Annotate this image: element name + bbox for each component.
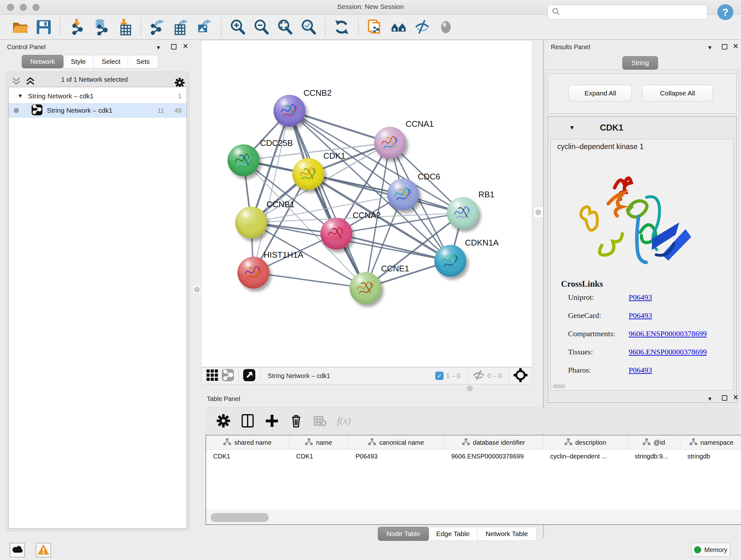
results-panel-float-icon[interactable] bbox=[722, 44, 727, 50]
tab-network-table[interactable]: Network Table bbox=[477, 527, 537, 541]
edge-CCNB2-CCNE1[interactable] bbox=[289, 111, 365, 288]
tab-select[interactable]: Select bbox=[93, 55, 129, 68]
grid-view-icon[interactable] bbox=[206, 369, 218, 382]
warnings-button[interactable] bbox=[36, 543, 51, 557]
show-all-icon[interactable] bbox=[437, 18, 455, 36]
selected-checkbox-icon[interactable]: ✓ bbox=[435, 372, 444, 380]
cdk1-section-header[interactable]: ▼ CDK1 bbox=[548, 117, 736, 139]
zoom-in-icon[interactable] bbox=[229, 18, 247, 36]
zoom-out-icon[interactable] bbox=[253, 18, 270, 36]
crosslink-value-link[interactable]: 9606.ENSP00000378699 bbox=[629, 348, 707, 356]
network-tree-root-row[interactable]: ▼ String Network – cdk1 1 bbox=[9, 89, 187, 103]
table-cell[interactable]: CDK1 bbox=[206, 449, 289, 463]
node-CDKN1A[interactable] bbox=[434, 245, 466, 277]
node-CCNB1[interactable] bbox=[235, 206, 267, 239]
node-CCNB2[interactable] bbox=[273, 95, 306, 127]
node-CCNE1[interactable] bbox=[349, 272, 381, 304]
crosslink-value-link[interactable]: P06493 bbox=[629, 366, 652, 374]
results-panel-menu-icon[interactable]: ▼ bbox=[707, 45, 713, 51]
node-CDC25B[interactable] bbox=[227, 144, 259, 176]
node-CDK1[interactable] bbox=[292, 158, 324, 190]
horizontal-splitter-handle[interactable] bbox=[467, 386, 473, 391]
node-label-CCNE1: CCNE1 bbox=[381, 264, 409, 273]
export-network-icon[interactable] bbox=[148, 18, 166, 36]
export-table-icon[interactable] bbox=[172, 18, 190, 36]
tab-string[interactable]: String bbox=[622, 56, 658, 70]
table-panel-float-icon[interactable] bbox=[722, 395, 727, 401]
crosslink-value-link[interactable]: 9606.ENSP00000378699 bbox=[629, 329, 707, 338]
help-icon[interactable]: ? bbox=[718, 4, 733, 20]
search-input[interactable] bbox=[560, 8, 707, 16]
save-session-icon[interactable] bbox=[35, 18, 53, 36]
refresh-icon[interactable] bbox=[333, 18, 351, 36]
column-header-name[interactable]: name bbox=[289, 435, 348, 449]
zoom-selected-icon[interactable] bbox=[300, 18, 318, 36]
column-header-databaseidentifier[interactable]: database identifier bbox=[444, 435, 543, 449]
control-panel-float-icon[interactable] bbox=[171, 44, 177, 50]
table-cell[interactable]: stringdb:9... bbox=[628, 449, 680, 463]
table-cell[interactable]: stringdb bbox=[680, 449, 741, 463]
column-header-description[interactable]: description bbox=[543, 435, 628, 449]
birds-eye-view-icon[interactable] bbox=[243, 369, 255, 382]
table-cell[interactable]: P06493 bbox=[348, 449, 444, 463]
control-panel-menu-icon[interactable]: ▼ bbox=[156, 45, 161, 51]
crosslink-value-link[interactable]: P06493 bbox=[629, 293, 652, 302]
open-session-icon[interactable] bbox=[11, 18, 29, 36]
node-count: 11 bbox=[157, 107, 164, 114]
crosslink-label: Uniprot: bbox=[568, 293, 594, 301]
right-splitter-handle[interactable] bbox=[534, 207, 543, 218]
node-CCNA2[interactable] bbox=[320, 218, 352, 250]
first-neighbors-icon[interactable] bbox=[390, 18, 408, 36]
table-panel-close-icon[interactable]: ✕ bbox=[733, 393, 738, 401]
node-label-CCNA2: CCNA2 bbox=[353, 210, 381, 220]
tab-sets[interactable]: Sets bbox=[128, 55, 158, 68]
results-scrollbar-thumb[interactable] bbox=[553, 384, 565, 388]
zoom-fit-icon[interactable] bbox=[276, 18, 294, 36]
column-header-sharedname[interactable]: shared name bbox=[206, 435, 289, 449]
export-image-icon[interactable] bbox=[196, 18, 213, 36]
gear-icon[interactable] bbox=[215, 412, 232, 429]
network-canvas[interactable]: CCNB2 CCNA1 CDC25B CDK1 CDC6 RB1CCNB1 CC… bbox=[201, 40, 532, 367]
string-view-icon[interactable] bbox=[222, 369, 234, 382]
table-panel-menu-icon[interactable]: ▼ bbox=[707, 396, 713, 402]
table-cell[interactable]: CDK1 bbox=[289, 449, 348, 463]
node-CDC6[interactable] bbox=[387, 179, 419, 210]
tab-network[interactable]: Network bbox=[22, 55, 64, 68]
table-cell[interactable]: cyclin–dependent ... bbox=[543, 449, 628, 463]
memory-button[interactable]: Memory bbox=[691, 543, 730, 557]
node-CCNA1[interactable] bbox=[374, 127, 406, 159]
add-column-icon[interactable] bbox=[263, 412, 280, 429]
hide-selection-icon[interactable] bbox=[413, 18, 431, 36]
import-network-file-icon[interactable] bbox=[68, 18, 86, 36]
left-splitter-handle[interactable] bbox=[193, 286, 201, 294]
import-table-icon[interactable] bbox=[115, 18, 133, 36]
crosshair-icon[interactable] bbox=[514, 368, 528, 383]
cloud-button[interactable] bbox=[10, 543, 25, 557]
collapse-all-button[interactable]: Collapse All bbox=[642, 85, 713, 102]
table-hscrollbar[interactable] bbox=[206, 510, 741, 524]
crosslink-value-link[interactable]: P06493 bbox=[629, 311, 652, 320]
edge-HIST1H1A-CCNE1[interactable] bbox=[253, 273, 365, 288]
section-collapse-icon[interactable]: ▼ bbox=[569, 124, 575, 131]
search-box[interactable] bbox=[548, 5, 707, 19]
network-tree-child-row[interactable]: String Network – cdk1 11 48 bbox=[9, 103, 187, 118]
tab-edge-table[interactable]: Edge Table bbox=[428, 527, 478, 541]
tab-node-table[interactable]: Node Table bbox=[378, 527, 429, 541]
tree-expander-icon[interactable]: ▼ bbox=[17, 93, 23, 99]
columns-icon[interactable] bbox=[239, 412, 256, 429]
table-cell[interactable]: 9606.ENSP00000378699 bbox=[444, 449, 543, 463]
delete-column-icon[interactable] bbox=[287, 412, 305, 429]
node-HIST1H1A[interactable] bbox=[238, 257, 269, 289]
column-header-namespace[interactable]: namespace bbox=[680, 435, 741, 449]
import-network-database-icon[interactable] bbox=[91, 18, 110, 36]
copy-style-icon[interactable] bbox=[366, 18, 384, 36]
column-header-canonicalname[interactable]: canonical name bbox=[348, 435, 444, 449]
results-panel-close-icon[interactable]: ✕ bbox=[733, 42, 738, 50]
expand-all-button[interactable]: Expand All bbox=[569, 85, 632, 102]
collection-count: 1 bbox=[178, 92, 182, 100]
toolbar-separator bbox=[358, 18, 359, 36]
node-RB1[interactable] bbox=[447, 197, 479, 229]
control-panel-close-icon[interactable]: ✕ bbox=[183, 42, 188, 50]
column-header-id[interactable]: @id bbox=[628, 435, 680, 449]
tab-style[interactable]: Style bbox=[62, 55, 94, 68]
